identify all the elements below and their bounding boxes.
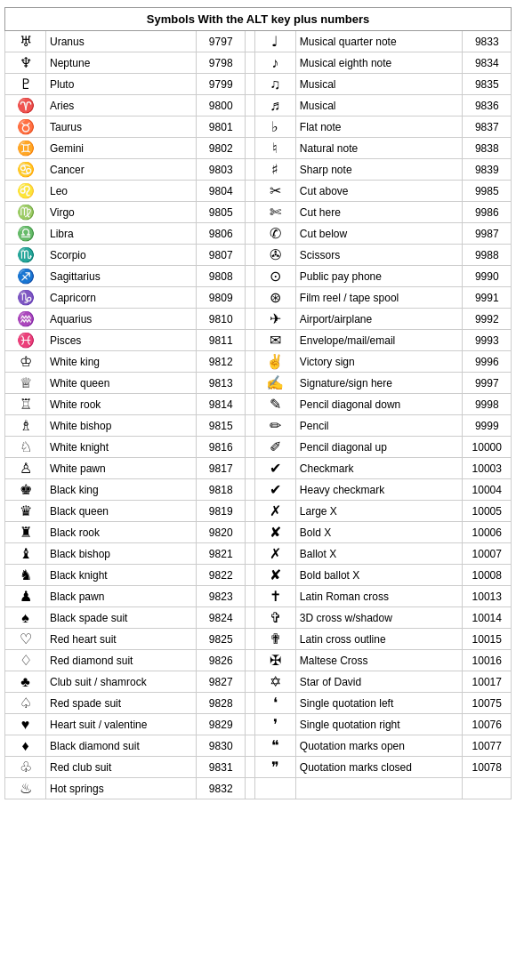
right-symbol-cell: ✘ <box>254 565 295 586</box>
right-code-cell: 9999 <box>463 415 512 437</box>
left-code-cell: 9829 <box>197 714 245 735</box>
right-symbol-cell: ✡ <box>254 671 295 693</box>
right-name-cell: Cut below <box>295 223 463 245</box>
table-row: ♦Black diamond suit9830❝Quotation marks … <box>5 735 512 757</box>
right-name-cell: Bold X <box>295 522 463 543</box>
divider-cell <box>245 522 254 543</box>
left-name-cell: White king <box>46 351 197 373</box>
right-name-cell: Flat note <box>295 116 463 138</box>
right-name-cell: Quotation marks open <box>295 735 463 757</box>
left-name-cell: Leo <box>46 181 197 202</box>
left-name-cell: Red spade suit <box>46 693 197 714</box>
right-name-cell: Pencil diagonal down <box>295 394 463 415</box>
table-row: ♍Virgo9805✄Cut here9986 <box>5 202 512 223</box>
right-code-cell: 10075 <box>463 693 512 714</box>
right-code-cell: 10013 <box>463 586 512 607</box>
left-symbol-cell: ♆ <box>5 52 46 74</box>
left-name-cell: Aries <box>46 95 197 116</box>
left-symbol-cell: ♇ <box>5 74 46 95</box>
table-row: ♏Scorpio9807✇Scissors9988 <box>5 245 512 266</box>
divider-cell <box>245 74 254 95</box>
left-code-cell: 9809 <box>197 287 245 309</box>
divider-cell <box>245 501 254 522</box>
left-symbol-cell: ♡ <box>5 629 46 650</box>
left-name-cell: White rook <box>46 394 197 415</box>
right-code-cell: 10005 <box>463 501 512 522</box>
left-code-cell: 9826 <box>197 650 245 671</box>
right-symbol-cell: ✂ <box>254 181 295 202</box>
divider-cell <box>245 31 254 52</box>
right-symbol-cell: ✄ <box>254 202 295 223</box>
divider-cell <box>245 458 254 479</box>
right-code-cell: 9833 <box>463 31 512 52</box>
left-name-cell: Neptune <box>46 52 197 74</box>
left-name-cell: Virgo <box>46 202 197 223</box>
left-symbol-cell: ♋ <box>5 159 46 181</box>
right-code-cell: 9988 <box>463 245 512 266</box>
divider-cell <box>245 95 254 116</box>
right-symbol-cell: ✘ <box>254 522 295 543</box>
left-symbol-cell: ♊ <box>5 138 46 159</box>
table-row: ♤Red spade suit9828❛Single quotation lef… <box>5 693 512 714</box>
right-symbol-cell: ✏ <box>254 415 295 437</box>
table-row: ♚Black king9818✔Heavy checkmark10004 <box>5 479 512 501</box>
right-name-cell: Victory sign <box>295 351 463 373</box>
right-symbol-cell: ✗ <box>254 543 295 565</box>
table-row: ♧Red club suit9831❞Quotation marks close… <box>5 757 512 778</box>
left-code-cell: 9831 <box>197 757 245 778</box>
left-symbol-cell: ♦ <box>5 735 46 757</box>
left-code-cell: 9824 <box>197 607 245 629</box>
table-row: ♙White pawn9817✔Checkmark10003 <box>5 458 512 479</box>
table-row: ♠Black spade suit9824✞3D cross w/shadow1… <box>5 607 512 629</box>
right-symbol-cell: ✍ <box>254 373 295 394</box>
right-symbol-cell: ♯ <box>254 159 295 181</box>
left-name-cell: Gemini <box>46 138 197 159</box>
left-symbol-cell: ♘ <box>5 437 46 458</box>
right-symbol-cell <box>254 778 295 799</box>
left-code-cell: 9806 <box>197 223 245 245</box>
divider-cell <box>245 735 254 757</box>
right-code-cell: 10004 <box>463 479 512 501</box>
right-name-cell: Airport/airplane <box>295 309 463 330</box>
right-code-cell: 9986 <box>463 202 512 223</box>
right-symbol-cell: ✔ <box>254 479 295 501</box>
right-code-cell: 9839 <box>463 159 512 181</box>
left-symbol-cell: ♨ <box>5 778 46 799</box>
right-symbol-cell: ✗ <box>254 501 295 522</box>
divider-cell <box>245 543 254 565</box>
left-code-cell: 9801 <box>197 116 245 138</box>
left-symbol-cell: ♜ <box>5 522 46 543</box>
right-name-cell: Film reel / tape spool <box>295 287 463 309</box>
right-code-cell: 9838 <box>463 138 512 159</box>
right-symbol-cell: ✈ <box>254 309 295 330</box>
right-code-cell: 10016 <box>463 650 512 671</box>
right-name-cell: Musical <box>295 95 463 116</box>
left-name-cell: Pisces <box>46 330 197 351</box>
right-code-cell: 10014 <box>463 607 512 629</box>
table-row: ♕White queen9813✍Signature/sign here9997 <box>5 373 512 394</box>
right-name-cell: Natural note <box>295 138 463 159</box>
table-row: ♥Heart suit / valentine9829❜Single quota… <box>5 714 512 735</box>
left-name-cell: White knight <box>46 437 197 458</box>
right-name-cell: Musical eighth note <box>295 52 463 74</box>
divider-cell <box>245 309 254 330</box>
left-name-cell: Red heart suit <box>46 629 197 650</box>
right-name-cell <box>295 778 463 799</box>
left-code-cell: 9805 <box>197 202 245 223</box>
left-code-cell: 9827 <box>197 671 245 693</box>
divider-cell <box>245 629 254 650</box>
left-symbol-cell: ♔ <box>5 351 46 373</box>
divider-cell <box>245 479 254 501</box>
left-code-cell: 9807 <box>197 245 245 266</box>
left-code-cell: 9814 <box>197 394 245 415</box>
left-code-cell: 9813 <box>197 373 245 394</box>
divider-cell <box>245 415 254 437</box>
divider-cell <box>245 757 254 778</box>
right-code-cell: 10003 <box>463 458 512 479</box>
divider-cell <box>245 714 254 735</box>
right-symbol-cell: ✇ <box>254 245 295 266</box>
divider-cell <box>245 287 254 309</box>
table-row: ♘White knight9816✐Pencil diagonal up1000… <box>5 437 512 458</box>
right-symbol-cell: ✝ <box>254 586 295 607</box>
left-name-cell: Uranus <box>46 31 197 52</box>
